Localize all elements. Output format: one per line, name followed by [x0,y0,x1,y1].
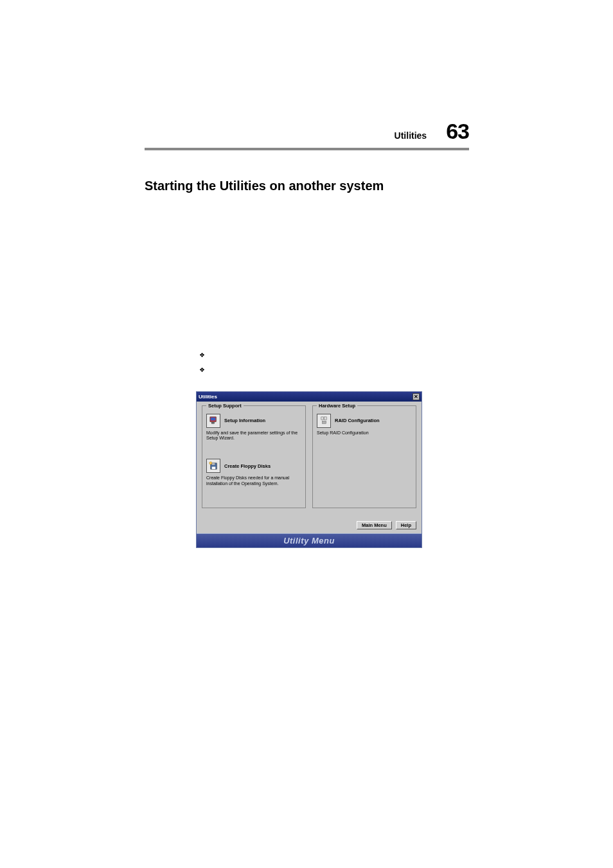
item-title: Setup Information [224,418,265,423]
item-title: RAID Configuration [335,418,380,423]
section-label: Utilities [395,130,427,141]
svg-rect-7 [321,417,323,420]
item-setup-information[interactable]: Setup Information [206,414,301,428]
page-content: Utilities 63 Starting the Utilities on a… [145,119,469,548]
svg-point-6 [209,462,211,465]
list-item: ❖ [199,348,469,362]
dialog-body: Setup Support Setup Information Modify a… [197,402,422,520]
dialog-footer: Utility Menu [197,533,422,547]
dialog-titlebar: Utilities ✕ [197,392,422,402]
svg-rect-2 [211,422,214,423]
svg-rect-9 [322,421,326,424]
utilities-dialog: Utilities ✕ Setup Support Setup Inform [196,391,422,548]
close-button[interactable]: ✕ [413,393,420,400]
svg-rect-1 [210,418,215,421]
item-desc: Create Floppy Disks needed for a manual … [206,475,301,486]
page-title: Starting the Utilities on another system [145,179,469,193]
item-desc: Setup RAID Configuration [317,430,412,436]
dialog-title: Utilities [199,394,217,400]
group-legend: Hardware Setup [317,403,357,409]
item-title: Create Floppy Disks [224,463,271,469]
computer-icon [206,414,220,428]
group-hardware-setup: Hardware Setup RAID Configuration Setup … [312,405,416,508]
page-number: 63 [446,119,469,144]
item-create-floppy[interactable]: Create Floppy Disks [206,459,301,473]
dialog-button-row: Main Menu Help [197,520,422,533]
svg-rect-5 [211,466,215,469]
group-setup-support: Setup Support Setup Information Modify a… [202,405,306,508]
floppy-icon [206,459,220,473]
group-legend: Setup Support [206,403,244,409]
header-divider [145,148,469,150]
svg-rect-4 [211,463,215,465]
bullet-icon: ❖ [199,364,205,376]
bullet-icon: ❖ [199,349,205,361]
bullet-list: ❖ ❖ [199,348,469,377]
item-raid-config[interactable]: RAID Configuration [317,414,412,428]
close-icon: ✕ [414,394,418,400]
main-menu-button[interactable]: Main Menu [357,521,392,529]
raid-icon [317,414,331,428]
svg-rect-8 [324,417,326,420]
page-header: Utilities 63 [145,119,469,146]
list-item: ❖ [199,362,469,377]
item-desc: Modify and save the parameter settings o… [206,430,301,441]
help-button[interactable]: Help [396,521,416,529]
